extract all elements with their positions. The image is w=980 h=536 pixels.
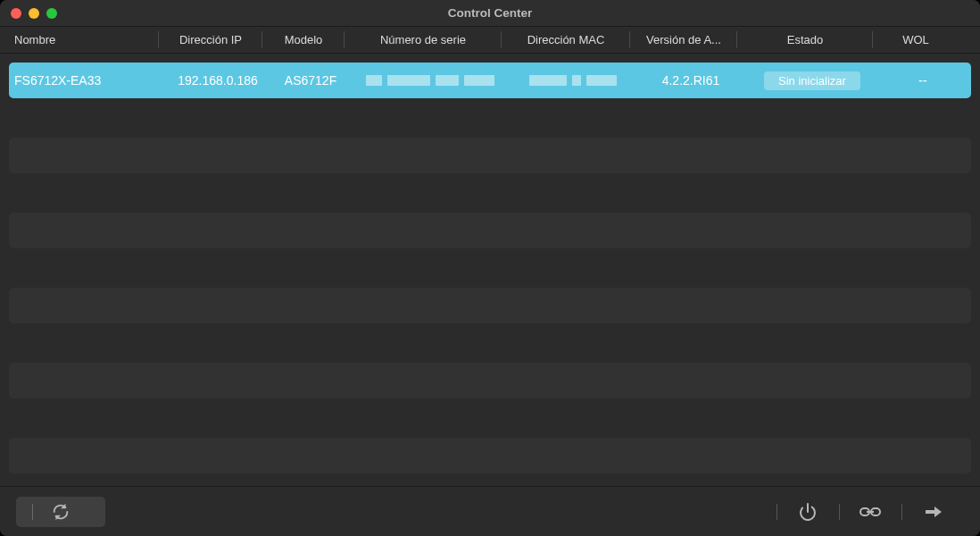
empty-row: [9, 438, 971, 473]
col-header-model[interactable]: Modelo: [262, 27, 345, 53]
empty-row: [9, 175, 971, 211]
empty-row: [9, 363, 971, 398]
serial-redacted: [366, 75, 494, 86]
empty-row: [9, 288, 971, 323]
col-header-name[interactable]: Nombre: [2, 27, 159, 53]
refresh-icon: [51, 502, 71, 522]
link-icon: [859, 501, 882, 523]
col-header-ip[interactable]: Dirección IP: [159, 27, 262, 53]
cell-serial: [352, 63, 509, 98]
window-controls: [11, 8, 57, 19]
status-badge[interactable]: Sin inicializar: [764, 71, 860, 90]
col-header-status[interactable]: Estado: [737, 27, 873, 53]
cell-name: FS6712X-EA33: [9, 63, 166, 98]
window-title: Control Center: [0, 6, 980, 20]
col-header-serial[interactable]: Número de serie: [345, 27, 502, 53]
empty-row: [9, 475, 971, 486]
titlebar[interactable]: Control Center: [0, 0, 980, 27]
cell-model: AS6712F: [270, 63, 352, 98]
cell-mac: [509, 63, 637, 98]
cell-version: 4.2.2.RI61: [637, 63, 744, 98]
minimize-icon[interactable]: [29, 8, 39, 19]
col-header-version[interactable]: Versión de A...: [630, 27, 737, 53]
link-button[interactable]: [839, 497, 901, 527]
cell-wol: --: [880, 63, 966, 98]
close-icon[interactable]: [11, 8, 21, 19]
arrow-right-icon: [922, 501, 943, 523]
mac-redacted: [529, 75, 617, 86]
empty-row: [9, 213, 971, 248]
empty-row: [9, 250, 971, 286]
cell-status: Sin inicializar: [744, 63, 880, 98]
footer-toolbar: [0, 486, 980, 536]
next-button[interactable]: [901, 497, 964, 527]
cell-ip: 192.168.0.186: [166, 63, 270, 98]
empty-row: [9, 400, 971, 436]
power-button[interactable]: [777, 497, 839, 527]
table-body: FS6712X-EA33 192.168.0.186 AS6712F 4.2.2…: [0, 54, 980, 486]
table-row[interactable]: FS6712X-EA33 192.168.0.186 AS6712F 4.2.2…: [9, 63, 971, 98]
maximize-icon[interactable]: [46, 8, 57, 19]
col-header-mac[interactable]: Dirección MAC: [502, 27, 630, 53]
empty-row: [9, 325, 971, 361]
refresh-button[interactable]: [16, 497, 105, 527]
empty-row: [9, 138, 971, 173]
app-window: Control Center Nombre Dirección IP Model…: [0, 0, 980, 536]
power-icon: [797, 501, 818, 523]
empty-row: [9, 100, 971, 136]
col-header-wol[interactable]: WOL: [873, 27, 959, 53]
table-header: Nombre Dirección IP Modelo Número de ser…: [0, 27, 980, 54]
